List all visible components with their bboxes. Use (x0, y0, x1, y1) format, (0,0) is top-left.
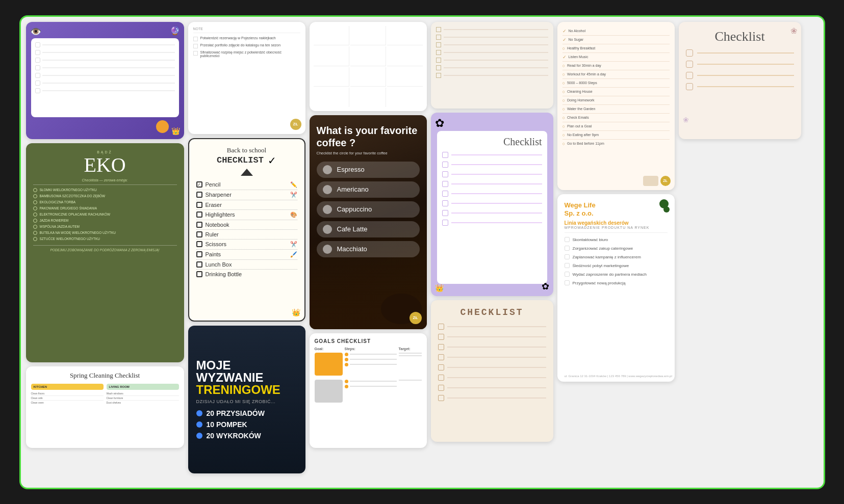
grid-lines-card[interactable] (310, 22, 427, 111)
purple-flower-title: Checklist (442, 136, 542, 148)
checklist-white-area (31, 38, 179, 117)
beige-title: CHECKLIST (438, 307, 546, 317)
training-subtitle: DZISIAJ UDAŁO MI SIĘ ZROBIĆ... (196, 399, 297, 404)
list-item: WSPÓLNA JAZDA AUTEM (33, 225, 177, 229)
small-top-list-card[interactable]: NOTE Potwierdzić rezerwację w Pojezierzu… (188, 22, 305, 134)
note-title: NOTE (193, 27, 300, 33)
crown-icon: 👑 (171, 127, 180, 135)
purple-flower-checklist[interactable]: ✿ Checklist ✿ 👑 (431, 113, 553, 296)
wege-company: Wege LifeSp. z o.o. (565, 201, 668, 219)
list-item: SZTUĆCE WIELOKROTNEGO UŻYTKU (33, 237, 177, 241)
coffee-zl-badge: ZŁ (410, 312, 422, 324)
purple-flower-br-icon: ✿ (542, 281, 549, 292)
school-title-area: Back to school CHECKLIST ✓ (196, 146, 297, 176)
goals-checklist-card[interactable]: GOALS CHECKLIST Goal: Steps: Target: (310, 333, 427, 448)
checklist-line (35, 50, 175, 55)
list-item: SŁOMKI WIELOKROTNEGO UŻYTKU (33, 188, 177, 192)
masonry-grid: 👁️ 🔮 👑 BĄDŹ EKO Checklista — ze (21, 17, 824, 488)
training-item: 20 PRZYSIADÓW (196, 409, 297, 417)
checklist-line (35, 58, 175, 63)
list-item: ELEKTRONICZNE OPŁACANIE RACHUNKÓW (33, 213, 177, 217)
eyes-left-icon: 👁️ (30, 26, 41, 37)
eko-title: EKO (33, 155, 177, 175)
kitchen-col: KITCHEN Clean floors Clean sink Clean ov… (31, 384, 104, 405)
coffee-title: What is your favorite coffee ? (317, 124, 420, 149)
habit-tracker-card[interactable]: ✓No Alcohol ✓No Sugar ○Healthy Breakfast… (557, 22, 675, 190)
back-to-school-card[interactable]: Back to school CHECKLIST ✓ ✓Pencil✏️ Sha… (188, 138, 305, 322)
school-crown-icon: 👑 (292, 308, 300, 316)
checklist-line (35, 81, 175, 86)
eko-footer: PODEJMIJ ZOBOWIĄZANIE DO PODRÓŻOWANIA Z … (33, 245, 177, 252)
orange-decoration (156, 120, 169, 133)
checklist-line (35, 73, 175, 78)
coffee-content: What is your favorite coffee ? Checklist… (310, 115, 427, 267)
column-1: 👁️ 🔮 👑 BĄDŹ EKO Checklista — ze (26, 22, 184, 483)
wege-product: Linia wegańskich deserów (565, 220, 668, 226)
list-item: EKOLOGICZNA TORBA (33, 200, 177, 204)
zl-badge: ZŁ (290, 119, 301, 130)
purple-flower-crown-icon: 👑 (435, 284, 444, 292)
goals-title: GOALS CHECKLIST (315, 338, 422, 344)
training-title: MOJE WYZWANIE TRENINGOWE (196, 359, 297, 396)
school-title1: Back to school (196, 146, 297, 154)
eko-items-list: SŁOMKI WIELOKROTNEGO UŻYTKU BAMBUSOWA SZ… (33, 188, 177, 241)
list-item: BUTELKA NA WODĘ WIELOKROTNEGO UŻYTKU (33, 231, 177, 235)
habit-zl-badge: ZŁ (660, 176, 671, 186)
list-item: PAKOWANIE DRUGIEGO ŚNIADANIA (33, 206, 177, 210)
coffee-subtitle: Checklist the circle for your favorite c… (317, 151, 420, 155)
coffee-option-macchiato[interactable]: Macchiato (317, 241, 420, 257)
wege-intro: WPROWADZENIE PRODUKTU NA RYNEK (565, 226, 668, 233)
beige-checklist-card[interactable]: CHECKLIST (431, 300, 553, 442)
checklist-line (35, 88, 175, 93)
cute-checklist-card[interactable]: Checklist ❀ ❀ (679, 22, 801, 139)
eyes-right-icon: 🔮 (170, 26, 180, 36)
coffee-option-americano[interactable]: Americano (317, 181, 420, 198)
column-4: ✿ Checklist ✿ 👑 (431, 22, 553, 483)
coffee-option-latte[interactable]: Cafe Latte (317, 221, 420, 237)
flower-tl-icon: ✿ (435, 117, 444, 130)
checkmark-icon: ✓ (268, 154, 276, 167)
screen-container: 👁️ 🔮 👑 BĄDŹ EKO Checklista — ze (19, 15, 825, 489)
eko-card[interactable]: BĄDŹ EKO Checklista — zerowa emisja: SŁO… (26, 143, 184, 362)
column-3: What is your favorite coffee ? Checklist… (310, 22, 427, 483)
checklist-line (35, 65, 175, 70)
wege-life-card[interactable]: Wege LifeSp. z o.o. Linia wegańskich des… (557, 194, 675, 382)
training-card[interactable]: MOJE WYZWANIE TRENINGOWE DZISIAJ UDAŁO M… (188, 326, 305, 473)
column-2: NOTE Potwierdzić rezerwację w Pojezierzu… (188, 22, 305, 483)
plain-checklist-top[interactable] (431, 22, 553, 109)
spring-columns: KITCHEN Clean floors Clean sink Clean ov… (31, 384, 179, 405)
livingroom-col: LIVING ROOM Wash windows Clean furniture… (107, 384, 179, 405)
coffee-option-espresso[interactable]: Espresso (317, 162, 420, 178)
eko-subtitle: Checklista — zerowa emisja: (33, 178, 177, 185)
checklist-line (35, 42, 175, 47)
list-item: JAZDA ROWEREM (33, 219, 177, 223)
school-items: ✓Pencil✏️ Sharpener✂️ Eraser Highlighter… (196, 180, 297, 279)
purple-checklist-card[interactable]: 👁️ 🔮 👑 (26, 22, 184, 139)
column-6: Checklist ❀ ❀ (679, 22, 801, 483)
list-item: BAMBUSOWA SZCZOTECZKA DO ZĘBÓW (33, 194, 177, 198)
training-item: 10 POMPEK (196, 420, 297, 429)
coffee-option-cappuccino[interactable]: Cappuccino (317, 201, 420, 218)
cute-title: Checklist (686, 29, 794, 44)
coffee-card[interactable]: What is your favorite coffee ? Checklist… (310, 115, 427, 329)
training-item: 20 WYKROKÓW (196, 432, 297, 440)
column-5: ✓No Alcohol ✓No Sugar ○Healthy Breakfast… (557, 22, 675, 483)
spring-cleaning-card[interactable]: Spring Cleaning Checklist KITCHEN Clean … (26, 366, 184, 448)
school-title2: CHECKLIST (217, 155, 264, 165)
spring-title: Spring Cleaning Checklist (31, 372, 179, 380)
